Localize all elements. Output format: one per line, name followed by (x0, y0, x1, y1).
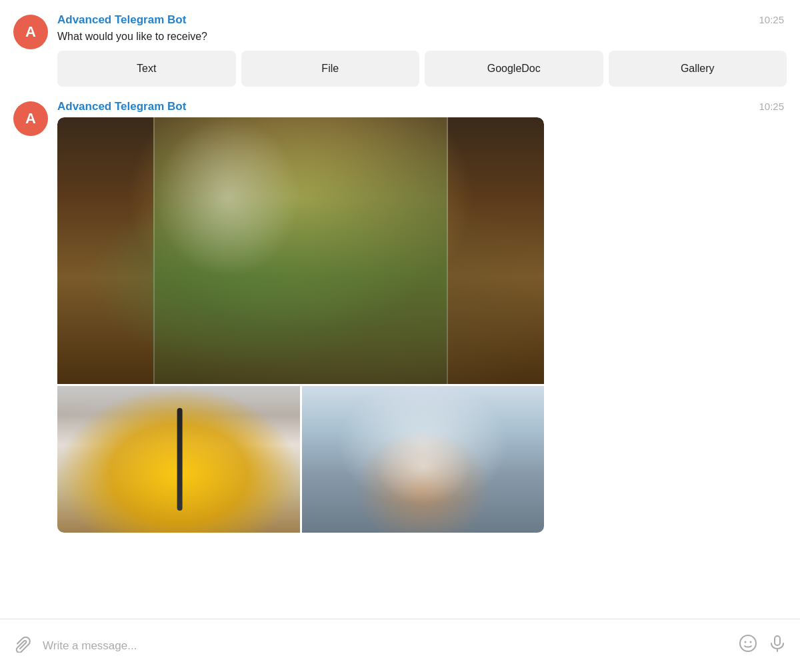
button-googledoc[interactable]: GoogleDoc (425, 51, 603, 87)
gallery-container (57, 117, 544, 533)
message-header-2: Advanced Telegram Bot 10:25 (57, 100, 787, 113)
emoji-icon[interactable] (739, 634, 757, 657)
avatar-2: A (13, 101, 48, 136)
timestamp-2: 10:25 (759, 101, 787, 112)
gallery-image-bottom-left[interactable] (57, 386, 300, 533)
message-block-2: A Advanced Telegram Bot 10:25 (13, 100, 787, 533)
button-row-1: Text File GoogleDoc Gallery (57, 51, 787, 87)
message-content-2: Advanced Telegram Bot 10:25 (57, 100, 787, 533)
gallery-image-bottom-right[interactable] (302, 386, 545, 533)
timestamp-1: 10:25 (759, 14, 787, 25)
message-input[interactable] (43, 639, 728, 653)
svg-point-0 (740, 635, 756, 651)
svg-point-1 (745, 641, 747, 643)
yellow-cocktail-image (57, 386, 300, 533)
bot-name-2: Advanced Telegram Bot (57, 100, 186, 113)
gallery-image-top[interactable] (57, 117, 544, 384)
splash-cocktail-image (302, 386, 545, 533)
svg-point-2 (750, 641, 752, 643)
message-block-1: A Advanced Telegram Bot 10:25 What would… (13, 13, 787, 87)
attach-icon[interactable] (13, 634, 32, 657)
message-text-1: What would you like to receive? (57, 31, 787, 43)
mic-icon[interactable] (768, 634, 787, 657)
cocktail-main-image (57, 117, 544, 384)
svg-rect-3 (775, 636, 780, 645)
button-text[interactable]: Text (57, 51, 236, 87)
toolbar (0, 619, 800, 672)
bot-name-1: Advanced Telegram Bot (57, 13, 186, 27)
button-gallery[interactable]: Gallery (609, 51, 787, 87)
avatar-1: A (13, 15, 48, 49)
button-file[interactable]: File (241, 51, 420, 87)
message-header-1: Advanced Telegram Bot 10:25 (57, 13, 787, 27)
message-content-1: Advanced Telegram Bot 10:25 What would y… (57, 13, 787, 87)
chat-container: A Advanced Telegram Bot 10:25 What would… (0, 0, 800, 619)
gallery-bottom-row (57, 386, 544, 533)
